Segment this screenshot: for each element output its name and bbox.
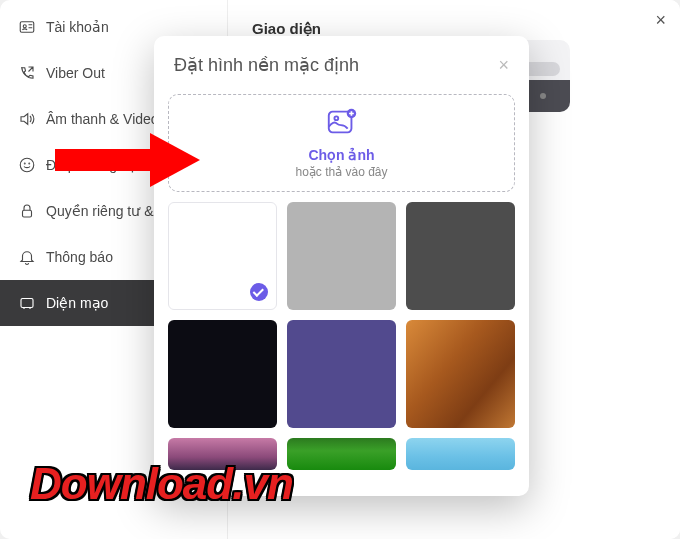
set-background-modal: Đặt hình nền mặc định × Chọn ảnh hoặc th… bbox=[154, 36, 529, 496]
svg-point-3 bbox=[24, 163, 25, 164]
sidebar-item-label: Viber Out bbox=[46, 65, 105, 81]
svg-rect-0 bbox=[20, 22, 34, 33]
bg-tile-darkgray[interactable] bbox=[406, 202, 515, 310]
svg-point-2 bbox=[20, 158, 34, 172]
dropzone-subtext: hoặc thả vào đây bbox=[295, 165, 387, 179]
smile-icon bbox=[18, 156, 36, 174]
dropzone-label: Chọn ảnh bbox=[308, 147, 374, 163]
bg-tile-purple[interactable] bbox=[287, 320, 396, 428]
lock-icon bbox=[18, 202, 36, 220]
modal-close-button[interactable]: × bbox=[498, 55, 509, 76]
sidebar-item-label: Tài khoản bbox=[46, 19, 109, 35]
bg-tile-white[interactable] bbox=[168, 202, 277, 310]
appearance-icon bbox=[18, 294, 36, 312]
phone-out-icon bbox=[18, 64, 36, 82]
modal-title: Đặt hình nền mặc định bbox=[174, 54, 359, 76]
selected-check-icon bbox=[250, 283, 268, 301]
bg-tile-grass[interactable] bbox=[287, 438, 396, 470]
settings-window: × Tài khoản Viber Out Âm thanh & Video Đ… bbox=[0, 0, 680, 539]
svg-rect-5 bbox=[23, 210, 32, 217]
sidebar-item-label: Âm thanh & Video bbox=[46, 111, 159, 127]
window-close-button[interactable]: × bbox=[655, 10, 666, 31]
bg-tile-sunset[interactable] bbox=[168, 438, 277, 470]
speaker-icon bbox=[18, 110, 36, 128]
sidebar-item-label: Diện mạo bbox=[46, 295, 108, 311]
bg-tile-canyon[interactable] bbox=[406, 320, 515, 428]
modal-header: Đặt hình nền mặc định × bbox=[154, 36, 529, 86]
bell-icon bbox=[18, 248, 36, 266]
svg-point-1 bbox=[23, 25, 26, 28]
svg-rect-6 bbox=[21, 299, 33, 308]
svg-point-4 bbox=[29, 163, 30, 164]
bg-tile-sky[interactable] bbox=[406, 438, 515, 470]
sidebar-item-label: Thông báo bbox=[46, 249, 113, 265]
account-card-icon bbox=[18, 18, 36, 36]
bg-tile-lightgray[interactable] bbox=[287, 202, 396, 310]
sidebar-item-label: Đa phương tiện bbox=[46, 157, 145, 173]
image-dropzone[interactable]: Chọn ảnh hoặc thả vào đây bbox=[168, 94, 515, 192]
modal-body: Chọn ảnh hoặc thả vào đây bbox=[154, 86, 529, 492]
svg-point-7 bbox=[334, 116, 338, 120]
background-grid bbox=[168, 202, 515, 470]
bg-tile-black[interactable] bbox=[168, 320, 277, 428]
image-add-icon bbox=[325, 107, 359, 141]
